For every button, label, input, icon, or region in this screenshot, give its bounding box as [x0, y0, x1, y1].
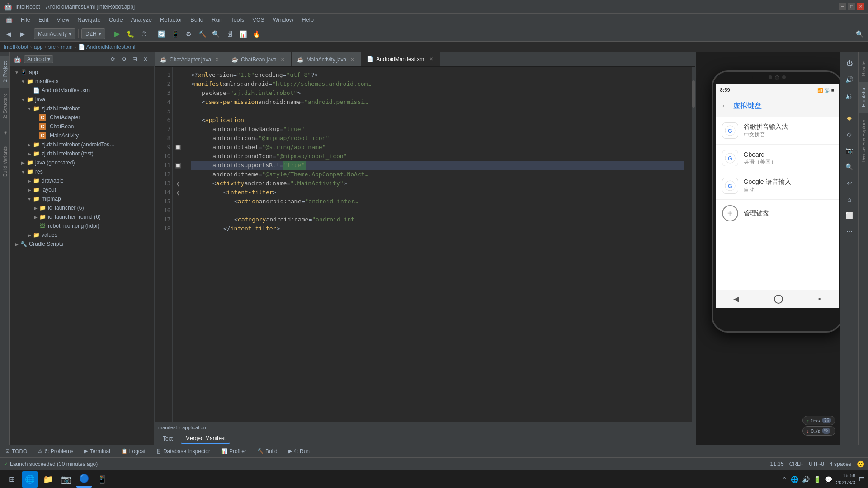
menu-window[interactable]: Window — [269, 15, 297, 24]
taskbar-app5[interactable]: 📱 — [94, 471, 110, 488]
emu-style-btn[interactable]: ◇ — [842, 127, 857, 141]
debug-button[interactable]: 🐛 — [125, 28, 137, 40]
smiley-icon[interactable]: 🙂 — [857, 460, 864, 468]
sidebar-label-build-variants[interactable]: Build Variants — [0, 141, 9, 182]
database-btn[interactable]: 🗄 — [224, 28, 236, 40]
run-button[interactable]: ▶ — [111, 28, 123, 40]
tree-item-manifests[interactable]: ▼ 📁 manifests — [10, 77, 154, 86]
firebase-btn[interactable]: 🔥 — [251, 28, 263, 40]
keyboard-item-pinyin[interactable]: G 谷歌拼音输入法 中文拼音 — [716, 117, 839, 145]
bp-problems[interactable]: ⚠ 6: Problems — [36, 448, 75, 455]
emu-zoom-btn[interactable]: 🔍 — [842, 160, 857, 174]
androidmanifest-tab-close[interactable]: ✕ — [428, 56, 434, 62]
menu-code[interactable]: Code — [105, 15, 127, 24]
sdk-button[interactable]: ⚙ — [183, 28, 195, 40]
tree-item-androidmanifest[interactable]: 📄 AndroidManifest.xml — [10, 86, 154, 95]
tree-item-robot-icon[interactable]: 🖼 robot_icon.png (hdpi) — [10, 221, 154, 230]
nav-back-icon[interactable]: ◀ — [733, 295, 739, 303]
tree-item-mipmap[interactable]: ▼ 📁 mipmap — [10, 194, 154, 203]
tab-mainactivity[interactable]: ☕ MainActivity.java ✕ — [292, 52, 361, 66]
tab-text[interactable]: Text — [158, 434, 177, 443]
menu-edit[interactable]: Edit — [35, 15, 52, 24]
project-view-selector[interactable]: Android ▾ — [24, 55, 53, 63]
close-panel-btn[interactable]: ✕ — [141, 54, 151, 64]
tree-item-layout[interactable]: ▶ 📁 layout — [10, 185, 154, 194]
tray-network-icon[interactable]: 🌐 — [791, 476, 798, 483]
chatbean-tab-close[interactable]: ✕ — [279, 56, 286, 63]
collapse-all-btn[interactable]: ⊟ — [130, 54, 140, 64]
menu-vcs[interactable]: VCS — [249, 15, 268, 24]
emu-power-btn[interactable]: ⏻ — [842, 56, 857, 70]
menu-navigate[interactable]: Navigate — [74, 15, 104, 24]
tree-item-ic-launcher[interactable]: ▶ 📁 ic_launcher (6) — [10, 203, 154, 212]
bp-database-inspector[interactable]: 🗄 Database Inspector — [155, 448, 212, 455]
device-selector[interactable]: DZH ▾ — [81, 28, 105, 39]
menu-analyze[interactable]: Analyze — [127, 15, 156, 24]
menu-refactor[interactable]: Refactor — [156, 15, 186, 24]
emu-camera-btn[interactable]: 📷 — [842, 143, 857, 158]
start-button[interactable]: ⊞ — [4, 471, 20, 488]
toolbar-back-btn[interactable]: ◀ — [3, 28, 14, 40]
scrollbar-thumb[interactable] — [692, 80, 695, 108]
bp-todo[interactable]: ☑ TODO — [4, 448, 29, 455]
profiler-btn[interactable]: 📊 — [237, 28, 249, 40]
tree-item-java[interactable]: ▼ 📁 java — [10, 95, 154, 104]
encoding-indicator[interactable]: UTF-8 — [809, 461, 824, 467]
maximize-button[interactable]: □ — [848, 3, 855, 10]
activity-selector[interactable]: MainActivity ▾ — [34, 28, 75, 39]
bp-run[interactable]: ▶ 4: Run — [287, 448, 311, 455]
manage-keyboards-item[interactable]: + 管理键盘 — [716, 200, 839, 227]
phone-back-button[interactable]: ← — [721, 101, 729, 111]
avd-button[interactable]: 📱 — [170, 28, 181, 40]
sidebar-label-project[interactable]: 1: Project — [0, 56, 9, 88]
editor-scrollbar[interactable] — [692, 67, 695, 422]
menu-logo[interactable]: 🤖 — [2, 15, 16, 24]
indent-indicator[interactable]: 4 spaces — [830, 461, 851, 467]
menu-help[interactable]: Help — [298, 15, 317, 24]
build-variants-btn[interactable]: 🔨 — [197, 28, 208, 40]
tree-item-res[interactable]: ▼ 📁 res — [10, 167, 154, 176]
emu-home-btn[interactable]: ⌂ — [842, 192, 857, 206]
menu-tools[interactable]: Tools — [227, 15, 248, 24]
emu-vol-up-btn[interactable]: 🔊 — [842, 72, 857, 87]
close-button[interactable]: ✕ — [857, 3, 864, 10]
emu-more-btn[interactable]: ⋯ — [842, 225, 857, 239]
tree-item-java-generated[interactable]: ▶ 📁 java (generated) — [10, 158, 154, 167]
taskbar-edge[interactable]: 🌐 — [22, 471, 38, 488]
emu-vol-down-btn[interactable]: 🔉 — [842, 89, 857, 103]
bp-build[interactable]: 🔨 Build — [255, 448, 279, 455]
editor-breadcrumb-manifest[interactable]: manifest — [158, 425, 177, 430]
tab-androidmanifest[interactable]: 📄 AndroidManifest.xml ✕ — [361, 52, 440, 66]
tree-item-intelrobot-pkg[interactable]: ▼ 📁 zj.dzh.intelrobot — [10, 104, 154, 113]
profile-button[interactable]: ⏱ — [138, 28, 150, 40]
bc-app[interactable]: app — [34, 44, 43, 50]
mainactivity-tab-close[interactable]: ✕ — [349, 56, 355, 63]
line-col-indicator[interactable]: 11:35 — [770, 461, 784, 467]
menu-file[interactable]: File — [17, 15, 34, 24]
tray-sound-icon[interactable]: 🔊 — [802, 476, 810, 483]
bp-terminal[interactable]: ▶ Terminal — [82, 448, 112, 455]
bc-src[interactable]: src — [48, 44, 56, 50]
sidebar-label-emulator[interactable]: Emulator — [859, 82, 868, 113]
tree-item-gradle-scripts[interactable]: ▶ 🔧 Gradle Scripts — [10, 239, 154, 249]
sidebar-label-device-file-explorer[interactable]: Device File Explorer — [859, 113, 868, 168]
nav-home-icon[interactable] — [774, 295, 783, 304]
project-settings-btn[interactable]: ⚙ — [119, 54, 129, 64]
tray-arrow-icon[interactable]: ⌃ — [782, 476, 787, 483]
sidebar-label-structure[interactable]: 2: Structure — [0, 88, 9, 124]
menu-build[interactable]: Build — [187, 15, 207, 24]
minimize-button[interactable]: ─ — [839, 3, 846, 10]
sidebar-label-gradle[interactable]: Gradle — [859, 56, 868, 82]
nav-recents-icon[interactable]: ▪ — [818, 295, 821, 303]
tree-item-mainactivity[interactable]: C MainActivity — [10, 131, 154, 140]
tree-item-test[interactable]: ▶ 📁 zj.dzh.intelrobot (test) — [10, 149, 154, 158]
bp-profiler[interactable]: 📊 Profiler — [219, 448, 248, 455]
code-editor[interactable]: 1 2 3 4 5 6 7 8 9 10 11 12 13 14 15 16 1… — [155, 67, 695, 422]
bp-logcat[interactable]: 📋 Logcat — [119, 448, 147, 455]
tree-item-app[interactable]: ▼ 📱 app — [10, 68, 154, 77]
bc-manifest[interactable]: 📄 AndroidManifest.xml — [78, 44, 136, 50]
tree-item-chatadapter[interactable]: C ChatAdapter — [10, 113, 154, 122]
tree-item-androidtest[interactable]: ▶ 📁 zj.dzh.intelrobot (androidTes… — [10, 140, 154, 149]
taskbar-files[interactable]: 📁 — [40, 471, 56, 488]
taskbar-app4[interactable]: 🔵 — [76, 471, 92, 488]
